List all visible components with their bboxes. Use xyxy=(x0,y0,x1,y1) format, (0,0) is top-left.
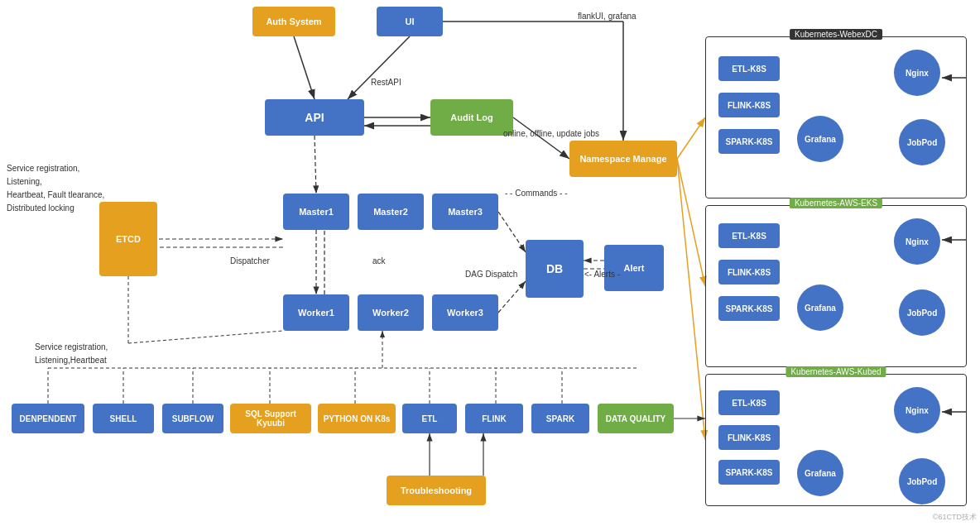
master1-box: Master1 xyxy=(283,194,349,230)
webex-jobpod: JobPod xyxy=(899,119,945,165)
eks-grafana: Grafana xyxy=(797,285,843,331)
denpendent-box: DENPENDENT xyxy=(12,404,84,433)
svg-line-38 xyxy=(128,331,283,343)
service-reg2-label: Service registration,Listening,Heartbeat xyxy=(35,341,126,367)
eks-etl-k8s: ETL-K8S xyxy=(718,223,780,248)
svg-line-19 xyxy=(677,159,705,286)
sql-support-box: SQL Support Kyuubi xyxy=(230,404,311,433)
kubed-flink-k8s: FLINK-K8S xyxy=(718,425,780,450)
kubed-spark-k8s: SPARK-K8S xyxy=(718,460,780,485)
ui-box: UI xyxy=(377,7,443,36)
db-box: DB xyxy=(526,240,584,298)
troubleshooting-box: Troubleshooting xyxy=(387,476,486,505)
kubed-etl-k8s: ETL-K8S xyxy=(718,390,780,415)
kubed-nginx: Nginx xyxy=(894,387,940,433)
kubed-jobpod: JobPod xyxy=(899,458,945,504)
eks-jobpod: JobPod xyxy=(899,289,945,336)
shell-box: SHELL xyxy=(93,404,154,433)
etl-box: ETL xyxy=(402,404,457,433)
webex-flink-k8s: FLINK-K8S xyxy=(718,93,780,117)
watermark: ©61CTD技术 xyxy=(933,512,977,523)
rest-api-label: RestAPI xyxy=(371,78,401,87)
audit-log-box: Audit Log xyxy=(430,99,513,136)
eks-spark-k8s: SPARK-K8S xyxy=(718,296,780,321)
svg-line-15 xyxy=(498,281,526,313)
alert-box: Alert xyxy=(604,245,664,291)
svg-line-9 xyxy=(315,136,316,194)
auth-system-box: Auth System xyxy=(252,7,335,36)
master2-box: Master2 xyxy=(358,194,424,230)
spark-box: SPARK xyxy=(531,404,589,433)
svg-line-18 xyxy=(677,117,705,159)
worker3-box: Worker3 xyxy=(432,294,498,331)
api-box: API xyxy=(265,99,364,136)
diagram: Kubernetes-WebexDC Kubernetes-AWS-EKS Ku… xyxy=(0,0,980,526)
eks-flink-k8s: FLINK-K8S xyxy=(718,260,780,285)
data-quality-box: DATA QUALITY xyxy=(598,404,674,433)
eks-nginx: Nginx xyxy=(894,218,940,265)
k8s-webex-title: Kubernetes-WebexDC xyxy=(790,29,882,40)
dispatcher-label: Dispatcher xyxy=(230,256,270,265)
webex-nginx: Nginx xyxy=(894,50,940,96)
svg-line-2 xyxy=(294,36,315,99)
k8s-kubed-title: Kubernetes-AWS-Kubed xyxy=(785,366,886,377)
ack-label: ack xyxy=(372,256,386,265)
python-on-k8s-box: PYTHON ON K8s xyxy=(318,404,396,433)
svg-line-8 xyxy=(513,117,569,159)
dag-dispatch-label: DAG Dispatch xyxy=(465,270,517,279)
master3-box: Master3 xyxy=(432,194,498,230)
k8s-eks-title: Kubernetes-AWS-EKS xyxy=(790,198,882,208)
etcd-box: ETCD xyxy=(99,202,157,276)
commands-label: - - Commands - - xyxy=(505,189,568,198)
webex-spark-k8s: SPARK-K8S xyxy=(718,129,780,154)
svg-line-3 xyxy=(348,36,410,99)
worker1-box: Worker1 xyxy=(283,294,349,331)
svg-line-20 xyxy=(677,159,705,440)
namespace-manage-box: Namespace Manage xyxy=(569,141,677,177)
webex-grafana: Grafana xyxy=(797,116,843,162)
webex-etl-k8s: ETL-K8S xyxy=(718,56,780,81)
flank-grafana-label: flankUI, grafana xyxy=(578,12,637,21)
worker2-box: Worker2 xyxy=(358,294,424,331)
svg-line-14 xyxy=(498,212,526,252)
subflow-box: SUBFLOW xyxy=(162,404,223,433)
flink-box: FLINK xyxy=(465,404,523,433)
online-offline-label: online, offline, update jobs xyxy=(503,129,599,138)
alerts-label: <- Alerts - xyxy=(584,270,620,279)
kubed-grafana: Grafana xyxy=(797,450,843,496)
service-reg1-label: Service registration, Listening,Heartbea… xyxy=(7,162,106,215)
